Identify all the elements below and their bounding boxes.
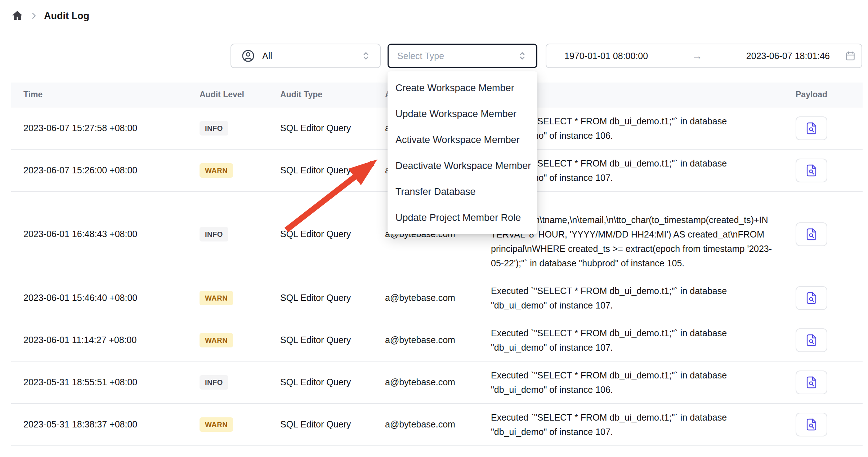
type-filter-select[interactable]: Select Type	[388, 44, 537, 68]
audit-level-badge: WARN	[200, 417, 233, 432]
type-dropdown-option[interactable]: Activate Workspace Member	[388, 127, 537, 153]
breadcrumb: Audit Log	[11, 9, 89, 22]
view-payload-button[interactable]	[796, 222, 827, 246]
cell-time: 2023-06-01 11:14:27 +08:00	[11, 319, 200, 361]
cell-audit-type: SQL Editor Query	[280, 277, 385, 319]
audit-level-badge: WARN	[200, 333, 233, 347]
home-icon	[12, 10, 23, 22]
actor-filter-value: All	[262, 51, 272, 61]
audit-level-badge: INFO	[200, 121, 228, 136]
type-dropdown-option[interactable]: Create Workspace Member	[388, 75, 537, 101]
date-range-picker[interactable]: 1970-01-01 08:00:00 → 2023-06-07 18:01:4…	[546, 44, 862, 68]
payload-document-search-icon	[805, 121, 818, 135]
type-dropdown-option[interactable]: Transfer Database	[388, 179, 537, 205]
audit-level-badge: INFO	[200, 375, 228, 390]
home-button[interactable]	[11, 9, 24, 22]
cell-audit-type: SQL Editor Query	[280, 149, 385, 191]
header-time: Time	[11, 83, 200, 107]
cell-time: 2023-06-07 15:26:00 +08:00	[11, 149, 200, 191]
cell-payload	[783, 107, 863, 149]
cell-audit-type: SQL Editor Query	[280, 191, 385, 277]
type-dropdown: Create Workspace MemberUpdate Workspace …	[388, 71, 537, 234]
person-circle-icon	[241, 49, 255, 63]
calendar-icon	[845, 50, 856, 61]
view-payload-button[interactable]	[796, 116, 827, 140]
unfold-chevrons-icon	[517, 50, 528, 61]
cell-audit-type: SQL Editor Query	[280, 319, 385, 361]
cell-payload	[783, 149, 863, 191]
actor-filter-select[interactable]: All	[231, 44, 381, 68]
cell-payload	[783, 277, 863, 319]
audit-level-badge: WARN	[200, 163, 233, 178]
unfold-chevrons-icon	[361, 50, 371, 61]
cell-comment: Executed `"SELECT * FROM db_ui_demo.t1;"…	[491, 403, 783, 445]
cell-comment: Executed `"SELECT * FROM db_ui_demo.t1;"…	[491, 277, 783, 319]
header-audit-type: Audit Type	[280, 83, 385, 107]
date-range-start: 1970-01-01 08:00:00	[564, 51, 648, 61]
cell-audit-level: WARN	[200, 149, 280, 191]
cell-audit-level: WARN	[200, 403, 280, 445]
table-row: 2023-06-01 11:14:27 +08:00WARNSQL Editor…	[11, 319, 863, 361]
cell-time: 2023-06-01 16:48:43 +08:00	[11, 191, 200, 277]
table-row: 2023-05-31 18:55:51 +08:00INFOSQL Editor…	[11, 361, 863, 403]
header-audit-level: Audit Level	[200, 83, 280, 107]
type-dropdown-option[interactable]: Update Project Member Role	[388, 205, 537, 231]
cell-time: 2023-05-31 18:38:37 +08:00	[11, 403, 200, 445]
type-dropdown-option[interactable]: Update Workspace Member	[388, 101, 537, 127]
cell-audit-type: SQL Editor Query	[280, 361, 385, 403]
table-row: 2023-05-31 18:38:37 +08:00WARNSQL Editor…	[11, 403, 863, 445]
cell-audit-level: INFO	[200, 107, 280, 149]
cell-time: 2023-06-01 15:46:40 +08:00	[11, 277, 200, 319]
payload-document-search-icon	[805, 164, 818, 177]
page-title: Audit Log	[44, 10, 89, 22]
type-dropdown-option[interactable]: Deactivate Workspace Member	[388, 153, 537, 179]
cell-actor: a@bytebase.com	[385, 277, 491, 319]
payload-document-search-icon	[805, 291, 818, 305]
cell-payload	[783, 191, 863, 277]
cell-actor: a@bytebase.com	[385, 361, 491, 403]
view-payload-button[interactable]	[796, 371, 827, 394]
cell-payload	[783, 403, 863, 445]
header-payload: Payload	[783, 83, 863, 107]
cell-actor: a@bytebase.com	[385, 403, 491, 445]
view-payload-button[interactable]	[796, 286, 827, 310]
cell-audit-level: INFO	[200, 191, 280, 277]
cell-comment: Executed `"SELECT * FROM db_ui_demo.t1;"…	[491, 319, 783, 361]
cell-payload	[783, 361, 863, 403]
date-range-end: 2023-06-07 18:01:46	[746, 51, 830, 61]
cell-time: 2023-05-31 18:55:51 +08:00	[11, 361, 200, 403]
cell-audit-level: WARN	[200, 319, 280, 361]
chevron-right-icon	[30, 12, 38, 20]
audit-level-badge: WARN	[200, 291, 233, 305]
audit-level-badge: INFO	[200, 227, 228, 241]
cell-time: 2023-06-07 15:27:58 +08:00	[11, 107, 200, 149]
cell-audit-level: WARN	[200, 277, 280, 319]
cell-actor: a@bytebase.com	[385, 319, 491, 361]
view-payload-button[interactable]	[796, 413, 827, 436]
payload-document-search-icon	[805, 418, 818, 431]
filter-bar: All Select Type 1970-01-01 08:00:00 → 20…	[0, 44, 868, 68]
arrow-right-icon: →	[648, 50, 746, 62]
cell-payload	[783, 319, 863, 361]
payload-document-search-icon	[805, 333, 818, 347]
view-payload-button[interactable]	[796, 328, 827, 352]
cell-audit-level: INFO	[200, 361, 280, 403]
type-filter-placeholder: Select Type	[397, 51, 444, 61]
cell-audit-type: SQL Editor Query	[280, 107, 385, 149]
cell-audit-type: SQL Editor Query	[280, 403, 385, 445]
cell-comment: Executed `"SELECT * FROM db_ui_demo.t1;"…	[491, 361, 783, 403]
view-payload-button[interactable]	[796, 159, 827, 182]
payload-document-search-icon	[805, 376, 818, 389]
table-row: 2023-06-01 15:46:40 +08:00WARNSQL Editor…	[11, 277, 863, 319]
payload-document-search-icon	[805, 227, 818, 241]
